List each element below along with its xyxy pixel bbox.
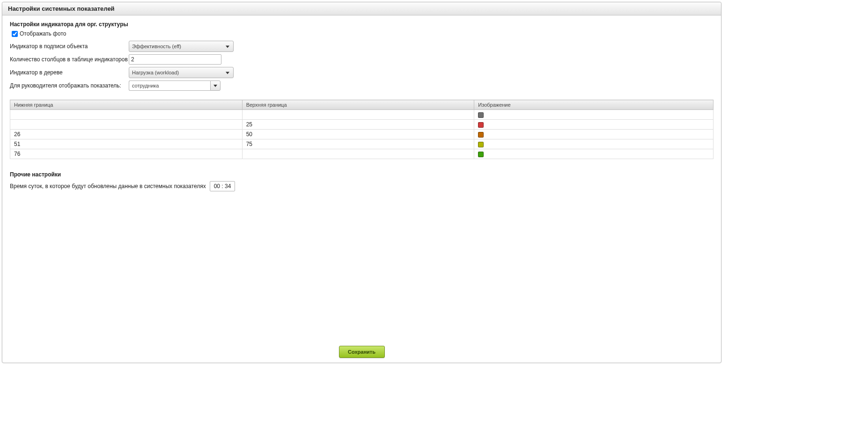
section-org-title: Настройки индикатора для орг. структуры <box>10 21 714 28</box>
table-row[interactable]: 25 <box>10 120 714 130</box>
leader-metric-label: Для руководителя отображать показатель: <box>10 82 129 89</box>
thresholds-body: 252650517576 <box>10 110 714 159</box>
columns-count-input[interactable]: 2 <box>129 54 221 65</box>
color-swatch-icon[interactable] <box>478 152 484 157</box>
lower-cell[interactable]: 51 <box>10 139 243 149</box>
indicator-caption-select[interactable]: Эффективность (eff) <box>129 41 234 52</box>
swatch-cell[interactable] <box>474 120 714 130</box>
other-settings-title: Прочие настройки <box>10 171 714 178</box>
lower-cell[interactable] <box>10 120 243 130</box>
upper-cell[interactable]: 75 <box>242 139 474 149</box>
indicator-tree-row: Индикатор в дереве Нагрузка (workload) <box>10 67 714 78</box>
indicator-tree-select[interactable]: Нагрузка (workload) <box>129 67 234 78</box>
swatch-cell[interactable] <box>474 130 714 139</box>
lower-cell[interactable]: 26 <box>10 130 243 139</box>
leader-metric-combo[interactable]: сотрудника <box>129 80 221 91</box>
lower-cell[interactable]: 76 <box>10 149 243 159</box>
thresholds-header: Нижняя граница Верхняя граница Изображен… <box>10 100 714 110</box>
time-input[interactable]: 00 : 34 <box>210 181 235 191</box>
columns-count-row: Количество столбцов в таблице индикаторо… <box>10 54 714 65</box>
indicator-caption-label: Индикатор в подписи объекта <box>10 43 129 50</box>
col-image-header[interactable]: Изображение <box>474 100 714 110</box>
upper-cell[interactable] <box>242 149 474 159</box>
color-swatch-icon[interactable] <box>478 112 484 118</box>
settings-body: Настройки индикатора для орг. структуры … <box>2 15 721 342</box>
indicator-caption-value: Эффективность (eff) <box>132 44 181 49</box>
table-row[interactable]: 5175 <box>10 139 714 149</box>
indicator-caption-row: Индикатор в подписи объекта Эффективност… <box>10 41 714 52</box>
leader-metric-row: Для руководителя отображать показатель: … <box>10 80 714 91</box>
swatch-cell[interactable] <box>474 110 714 120</box>
footer: Сохранить <box>2 342 721 363</box>
indicator-tree-label: Индикатор в дереве <box>10 69 129 76</box>
lower-cell[interactable] <box>10 110 243 120</box>
indicator-tree-value: Нагрузка (workload) <box>132 70 179 75</box>
settings-window: Настройки системных показателей Настройк… <box>2 2 721 363</box>
other-settings-section: Прочие настройки Время суток, в которое … <box>10 171 714 192</box>
col-lower-header[interactable]: Нижняя граница <box>10 100 243 110</box>
time-label: Время суток, в которое будут обновлены д… <box>10 183 206 189</box>
table-row[interactable] <box>10 110 714 120</box>
color-swatch-icon[interactable] <box>478 122 484 128</box>
window-title: Настройки системных показателей <box>2 2 721 15</box>
show-photo-checkbox[interactable] <box>12 31 18 37</box>
swatch-cell[interactable] <box>474 149 714 159</box>
leader-metric-value[interactable]: сотрудника <box>129 80 210 91</box>
upper-cell[interactable] <box>242 110 474 120</box>
show-photo-row: Отображать фото <box>10 30 714 37</box>
leader-metric-dropdown-button[interactable] <box>210 80 221 91</box>
show-photo-label: Отображать фото <box>20 30 66 37</box>
table-row[interactable]: 2650 <box>10 130 714 139</box>
save-button[interactable]: Сохранить <box>339 346 385 358</box>
columns-count-label: Количество столбцов в таблице индикаторо… <box>10 56 129 63</box>
thresholds-table: Нижняя граница Верхняя граница Изображен… <box>10 100 714 159</box>
upper-cell[interactable]: 25 <box>242 120 474 130</box>
col-upper-header[interactable]: Верхняя граница <box>242 100 474 110</box>
time-row: Время суток, в которое будут обновлены д… <box>10 181 714 192</box>
color-swatch-icon[interactable] <box>478 142 484 147</box>
swatch-cell[interactable] <box>474 139 714 149</box>
upper-cell[interactable]: 50 <box>242 130 474 139</box>
color-swatch-icon[interactable] <box>478 132 484 138</box>
table-row[interactable]: 76 <box>10 149 714 159</box>
